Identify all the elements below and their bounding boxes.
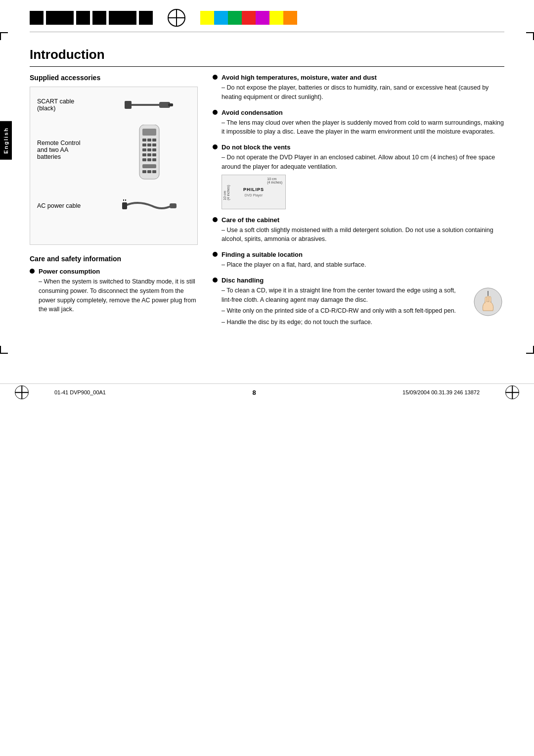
dvd-model: DVD Player xyxy=(245,193,263,197)
color-block-magenta xyxy=(256,11,269,25)
svg-rect-21 xyxy=(142,164,156,168)
bullet-header: Power consumption xyxy=(30,268,198,275)
corner-mark-br xyxy=(526,346,534,354)
svg-rect-9 xyxy=(142,143,146,146)
bullet-location: Finding a suitable location – Place the … xyxy=(213,251,504,270)
bullet-body-disc-1: – To clean a CD, wipe it in a straight l… xyxy=(222,286,504,305)
svg-rect-3 xyxy=(168,103,173,106)
svg-rect-28 xyxy=(170,203,177,208)
philips-brand: PHILIPS xyxy=(243,187,264,192)
bullet-title-condensation: Avoid condensation xyxy=(222,109,283,116)
dim-top: 10 cm(4 inches) xyxy=(267,177,282,184)
supplied-accessories-title: Supplied accessories xyxy=(30,74,198,82)
scart-icon xyxy=(108,95,190,115)
bullet-body-disc-3: – Handle the disc by its edge; do not to… xyxy=(222,318,504,327)
scart-label: SCART cable(black) xyxy=(37,98,101,112)
page-footer: 01-41 DVP900_00A1 8 15/09/2004 00.31.39 … xyxy=(0,383,534,401)
bullet-header-cabinet: Care of the cabinet xyxy=(213,216,504,224)
bullet-dot-cabinet xyxy=(213,217,218,222)
power-label: AC power cable xyxy=(37,202,101,209)
corner-mark-tl xyxy=(0,32,8,40)
bullet-avoid-heat: Avoid high temperatures, moisture, water… xyxy=(213,74,504,102)
reg-block-4 xyxy=(92,11,106,25)
bullet-body-disc-2: – Write only on the printed side of a CD… xyxy=(222,306,504,316)
bullet-body-location: – Place the player on a flat, hard, and … xyxy=(222,260,504,270)
remote-icon xyxy=(108,125,190,184)
right-column: Avoid high temperatures, moisture, water… xyxy=(213,74,504,334)
bullet-title-location: Finding a suitable location xyxy=(222,251,303,258)
color-block-yellow2 xyxy=(269,11,283,25)
accessories-box: SCART cable(black) xyxy=(30,87,198,245)
remote-label: Remote Controland two AAbatteries xyxy=(37,125,101,160)
bullet-disc: Disc handling xyxy=(213,277,504,327)
accessory-remote: Remote Controland two AAbatteries xyxy=(37,125,190,184)
page-content: English Introduction Supplied accessorie… xyxy=(0,32,534,354)
title-divider xyxy=(30,66,504,67)
svg-rect-5 xyxy=(142,129,156,136)
bullet-dot xyxy=(30,269,35,274)
svg-rect-14 xyxy=(152,148,156,151)
bullet-title-cabinet: Care of the cabinet xyxy=(222,216,279,224)
svg-rect-6 xyxy=(142,139,146,142)
bullet-title-power: Power consumption xyxy=(39,268,100,275)
bullet-header-heat: Avoid high temperatures, moisture, water… xyxy=(213,74,504,81)
color-block-orange xyxy=(283,11,297,25)
color-blocks xyxy=(200,11,297,25)
color-block-cyan xyxy=(214,11,228,25)
bullet-dot-location xyxy=(213,252,218,257)
svg-rect-10 xyxy=(147,143,151,146)
svg-rect-18 xyxy=(142,158,146,161)
bullet-title-vents: Do not block the vents xyxy=(222,143,290,151)
left-column: Supplied accessories SCART cable(black) xyxy=(30,74,198,334)
bullet-title-heat: Avoid high temperatures, moisture, water… xyxy=(222,74,377,81)
main-content: Supplied accessories SCART cable(black) xyxy=(30,74,504,334)
svg-rect-22 xyxy=(142,170,146,173)
bullet-body-condensation: – The lens may cloud over when the playe… xyxy=(222,118,504,137)
color-block-yellow xyxy=(200,11,214,25)
bullet-body-heat: – Do not expose the player, batteries or… xyxy=(222,83,504,102)
color-block-green xyxy=(228,11,242,25)
disc-cleaning-image xyxy=(472,286,504,320)
bullet-dot-condensation xyxy=(213,110,218,115)
dim-left: 10 cm(4 inches) xyxy=(223,185,230,200)
footer-crosshair-left xyxy=(15,385,29,399)
svg-rect-12 xyxy=(142,148,146,151)
reg-block-1 xyxy=(30,11,44,25)
footer-left-text: 01-41 DVP900_00A1 xyxy=(54,389,106,395)
svg-rect-15 xyxy=(142,153,146,156)
bullet-header-location: Finding a suitable location xyxy=(213,251,504,258)
accessory-scart: SCART cable(black) xyxy=(37,95,190,115)
page-title: Introduction xyxy=(30,47,504,62)
bullet-header-vents: Do not block the vents xyxy=(213,143,504,151)
care-safety-section: Care and safety information Power consum… xyxy=(30,255,198,314)
bullet-condensation: Avoid condensation – The lens may cloud … xyxy=(213,109,504,137)
center-crosshair xyxy=(168,9,185,27)
bullet-header-condensation: Avoid condensation xyxy=(213,109,504,116)
accessory-power: AC power cable xyxy=(37,196,190,216)
language-tab: English xyxy=(0,121,12,160)
top-registration-bar xyxy=(0,0,534,32)
footer-right-text: 15/09/2004 00.31.39 246 13872 xyxy=(402,389,480,395)
reg-block-2 xyxy=(46,11,74,25)
reg-block-6 xyxy=(139,11,153,25)
bullet-dot-disc xyxy=(213,278,218,283)
svg-rect-23 xyxy=(147,170,151,173)
svg-rect-1 xyxy=(125,101,132,109)
corner-mark-bl xyxy=(0,346,8,354)
bullet-title-disc: Disc handling xyxy=(222,277,264,284)
bullet-header-disc: Disc handling xyxy=(213,277,504,284)
svg-rect-25 xyxy=(122,202,127,209)
svg-rect-7 xyxy=(147,139,151,142)
svg-rect-13 xyxy=(147,148,151,151)
svg-rect-20 xyxy=(152,158,156,161)
corner-mark-tr xyxy=(526,32,534,40)
power-cable-icon xyxy=(108,196,190,216)
footer-page-number: 8 xyxy=(252,389,256,396)
svg-rect-16 xyxy=(147,153,151,156)
reg-block-3 xyxy=(76,11,90,25)
bullet-body-cabinet: – Use a soft cloth slightly moistened wi… xyxy=(222,226,504,244)
care-safety-title: Care and safety information xyxy=(30,255,198,263)
svg-rect-24 xyxy=(152,170,156,173)
bullet-body-power: – When the system is switched to Standby… xyxy=(39,277,198,314)
bullet-vents: Do not block the vents – Do not operate … xyxy=(213,143,504,209)
